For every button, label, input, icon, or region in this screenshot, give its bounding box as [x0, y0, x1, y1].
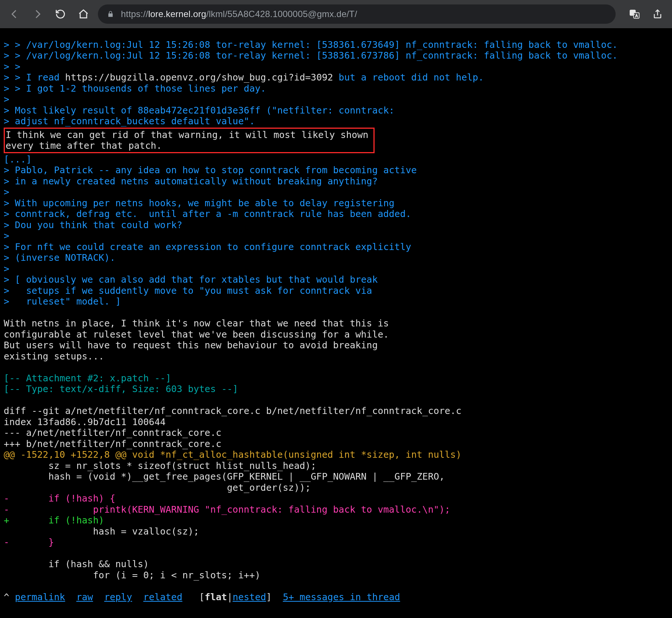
quote-line: > Pablo, Patrick -- any idea on how to s…	[4, 165, 417, 175]
browser-toolbar: https://lore.kernel.org/lkml/55A8C428.10…	[0, 0, 672, 28]
related-link[interactable]: related	[143, 592, 182, 602]
back-button[interactable]	[8, 8, 21, 20]
nav-buttons	[8, 8, 90, 20]
quote-line: > conntrack, defrag etc. until after a -…	[4, 208, 411, 219]
address-bar[interactable]: https://lore.kernel.org/lkml/55A8C428.10…	[98, 4, 616, 24]
quote-line: > For nft we could create an expression …	[4, 241, 411, 252]
thread-count[interactable]: 5+ messages in thread	[283, 592, 400, 602]
svg-text:文: 文	[631, 11, 635, 15]
flat-link[interactable]: flat	[205, 592, 227, 602]
diff-ctx: if (hash && nulls)	[4, 559, 149, 569]
quote-line: > adjust nf_conntrack_buckets default va…	[4, 116, 255, 126]
share-icon[interactable]	[651, 8, 664, 20]
diff-line: index 13fad86..9b7dc11 100644	[4, 417, 166, 427]
diff-add: + if (!hash)	[4, 515, 104, 526]
svg-text:A: A	[635, 14, 638, 18]
diff-line: diff --git a/net/netfilter/nf_conntrack_…	[4, 405, 461, 416]
diff-line: --- a/net/netfilter/nf_conntrack_core.c	[4, 427, 221, 438]
bugzilla-link[interactable]: https://bugzilla.openvz.org/show_bug.cgi…	[65, 72, 333, 83]
body-line: configurable at ruleset level that we've…	[4, 329, 389, 340]
quote-line: > >	[4, 61, 20, 72]
diff-ctx: get_order(sz));	[4, 482, 311, 493]
quote-line: > Dou you think that could work?	[4, 220, 182, 230]
permalink-link[interactable]: permalink	[15, 592, 65, 602]
diff-line: +++ b/net/netfilter/nf_conntrack_core.c	[4, 438, 221, 449]
reload-button[interactable]	[54, 8, 67, 20]
thread-nav: ^ permalink raw reply related [flat|nest…	[4, 592, 400, 602]
quote-line: > (inverse NOTRACK).	[4, 252, 115, 263]
quote-line: > in a newly created netns automatically…	[4, 176, 378, 187]
attachment-header: [-- Attachment #2: x.patch --]	[4, 373, 171, 384]
home-button[interactable]	[77, 8, 90, 20]
quote-line: > setups if we suddently move to "you mu…	[4, 285, 372, 296]
toolbar-right: 文A	[628, 8, 664, 20]
quote-line: >	[4, 230, 9, 241]
lock-icon	[107, 10, 114, 18]
quote-line: > > I read https://bugzilla.openvz.org/s…	[4, 72, 484, 83]
quote-line: [...]	[4, 154, 32, 165]
quote-line: >	[4, 187, 9, 197]
quote-line: > > /var/log/kern.log:Jul 12 15:26:08 to…	[4, 50, 618, 61]
translate-icon[interactable]: 文A	[628, 8, 641, 20]
diff-ctx: hash = (void *)__get_free_pages(GFP_KERN…	[4, 471, 445, 482]
body-line: With netns in place, I think it's now cl…	[4, 318, 389, 329]
email-body: > > /var/log/kern.log:Jul 12 15:26:08 to…	[0, 28, 672, 606]
diff-ctx	[4, 548, 9, 559]
diff-del: - printk(KERN_WARNING "nf_conntrack: fal…	[4, 504, 450, 515]
quote-line: >	[4, 263, 9, 274]
quote-line: > [ obviously we can also add that for x…	[4, 274, 378, 285]
quote-line: > With upcoming per netns hooks, we migh…	[4, 198, 395, 208]
diff-del: - if (!hash) {	[4, 493, 115, 504]
diff-ctx: for (i = 0; i < nr_slots; i++)	[4, 570, 260, 581]
attachment-type: [-- Type: text/x-diff, Size: 603 bytes -…	[4, 384, 238, 394]
diff-del: - }	[4, 537, 54, 548]
quote-line: > > I got 1-2 thousends of those lines p…	[4, 83, 266, 94]
raw-link[interactable]: raw	[76, 592, 93, 602]
highlighted-reply: I think we can get rid of that warning, …	[4, 128, 375, 153]
quote-line: > > /var/log/kern.log:Jul 12 15:26:08 to…	[4, 39, 618, 50]
quote-line: >	[4, 94, 9, 105]
quote-line: > ruleset" model. ]	[4, 296, 121, 307]
diff-ctx: hash = vzalloc(sz);	[4, 526, 199, 537]
body-line: existing setups...	[4, 351, 104, 362]
forward-button[interactable]	[31, 8, 44, 20]
body-line: But users will have to request this new …	[4, 340, 378, 351]
nested-link[interactable]: nested	[233, 592, 266, 602]
diff-ctx: sz = nr_slots * sizeof(struct hlist_null…	[4, 460, 316, 471]
diff-hunk: @@ -1522,10 +1522,8 @@ void *nf_ct_alloc…	[4, 449, 461, 460]
url-text: https://lore.kernel.org/lkml/55A8C428.10…	[121, 9, 357, 19]
quote-line: > Most likely result of 88eab472ec21f01d…	[4, 105, 395, 116]
reply-link[interactable]: reply	[104, 592, 132, 602]
